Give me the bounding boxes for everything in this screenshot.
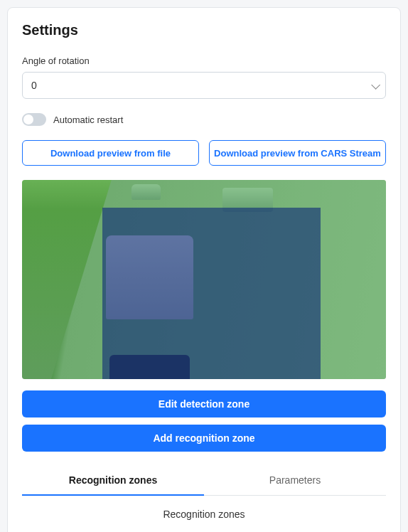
download-buttons-row: Download preview from file Download prev…	[22, 140, 386, 166]
tabs: Recognition zones Parameters	[22, 466, 386, 496]
angle-select[interactable]: 0	[22, 72, 386, 99]
download-from-stream-button[interactable]: Download preview from CARS Stream	[209, 140, 386, 166]
auto-restart-row: Automatic restart	[22, 113, 386, 126]
zones-section-title: Recognition zones	[22, 509, 386, 520]
tab-recognition-zones[interactable]: Recognition zones	[22, 466, 204, 496]
auto-restart-toggle[interactable]	[22, 113, 46, 126]
add-recognition-zone-button[interactable]: Add recognition zone	[22, 425, 386, 452]
detection-zone-overlay	[102, 208, 321, 379]
preview-image	[22, 180, 386, 379]
auto-restart-label: Automatic restart	[53, 115, 123, 125]
page-title: Settings	[22, 22, 386, 38]
edit-detection-zone-button[interactable]: Edit detection zone	[22, 390, 386, 417]
tab-parameters[interactable]: Parameters	[204, 466, 386, 496]
download-from-file-button[interactable]: Download preview from file	[22, 140, 199, 166]
settings-panel: Settings Angle of rotation 0 Automatic r…	[7, 7, 401, 532]
angle-label: Angle of rotation	[22, 55, 386, 66]
angle-select-wrap: 0	[22, 72, 386, 99]
